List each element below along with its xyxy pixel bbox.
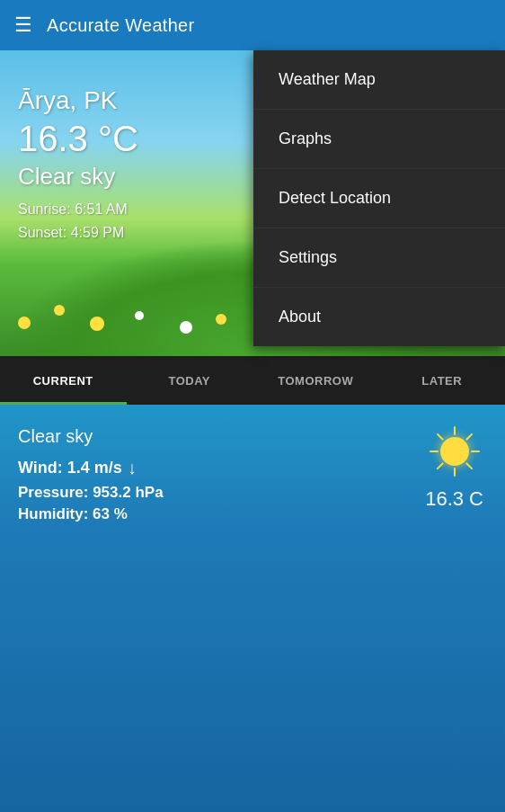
app-header: ☰ Accurate Weather [0,0,505,50]
menu-item-settings[interactable]: Settings [253,228,505,288]
tab-tomorrow[interactable]: TOMORROW [252,356,379,405]
menu-icon[interactable]: ☰ [14,13,32,37]
humidity-info: Humidity: 63 % [18,505,487,523]
sun-icon-container [426,423,483,480]
app-title: Accurate Weather [47,15,195,36]
wind-direction: ↓ [128,458,137,478]
pressure-info: Pressure: 953.2 hPa [18,484,487,502]
location-name: Ārya, PK [18,86,138,115]
sunrise-sunset: Sunrise: 6:51 AM Sunset: 4:59 PM [18,198,138,244]
wind-label: Wind: 1.4 m/s [18,459,122,477]
sun-circle [440,437,469,466]
weather-tabs: CURRENT TODAY TOMORROW LATER [0,356,505,405]
current-condition: Clear sky [18,426,487,447]
tab-today[interactable]: TODAY [127,356,253,405]
humidity-label: Humidity: 63 % [18,505,128,522]
current-weather-panel: 16.3 C Clear sky Wind: 1.4 m/s ↓ Pressur… [0,405,505,812]
current-sun-icon: 16.3 C [425,423,483,511]
hero-temperature: 16.3 °C [18,119,138,159]
sunrise-text: Sunrise: 6:51 AM [18,198,138,221]
current-temperature: 16.3 C [425,487,483,511]
dropdown-menu: Weather Map Graphs Detect Location Setti… [253,50,505,346]
tab-current[interactable]: CURRENT [0,356,127,405]
hero-condition: Clear sky [18,163,138,191]
wind-info: Wind: 1.4 m/s ↓ [18,458,487,478]
menu-item-about[interactable]: About [253,288,505,346]
weather-info: Ārya, PK 16.3 °C Clear sky Sunrise: 6:51… [18,86,138,244]
pressure-label: Pressure: 953.2 hPa [18,484,164,501]
menu-item-graphs[interactable]: Graphs [253,110,505,169]
tab-later[interactable]: LATER [379,356,506,405]
menu-item-weather-map[interactable]: Weather Map [253,50,505,110]
menu-item-detect-location[interactable]: Detect Location [253,169,505,228]
sunset-text: Sunset: 4:59 PM [18,221,138,245]
